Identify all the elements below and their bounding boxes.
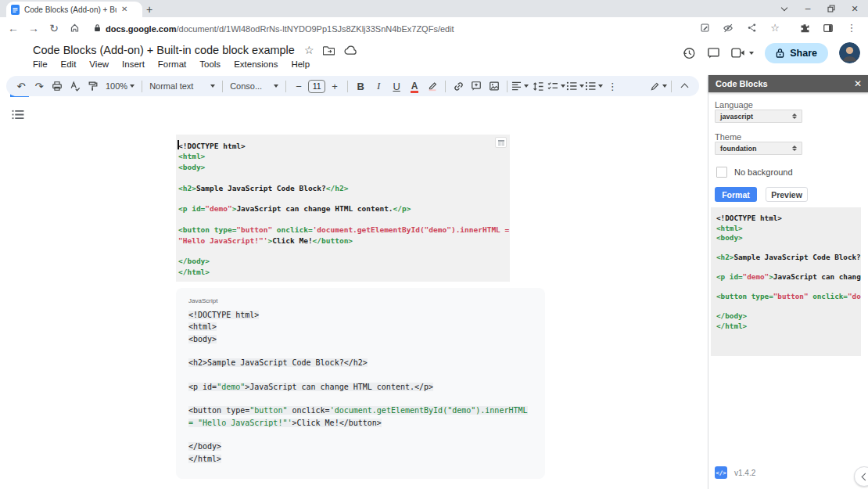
undo-button[interactable]: ↶: [13, 77, 30, 95]
tab-close-icon[interactable]: ✕: [121, 5, 127, 13]
cloud-status-icon[interactable]: [344, 45, 357, 56]
move-folder-icon[interactable]: [323, 45, 335, 56]
menu-insert[interactable]: Insert: [122, 59, 145, 69]
docs-header: Code Blocks (Add-on) + Built-in code blo…: [0, 38, 868, 75]
document-canvas[interactable]: <!DOCTYPE html><html><body> <h2>Sample J…: [0, 97, 706, 489]
zoom-select[interactable]: 100%: [102, 77, 138, 95]
text-color-button[interactable]: A: [406, 77, 423, 95]
align-button[interactable]: [511, 77, 529, 95]
address-bar: ← → ↻ docs.google.com/document/d/1Wl48od…: [0, 17, 868, 39]
code-block-options-icon[interactable]: [495, 137, 507, 148]
tab-title: Code Blocks (Add-on) + Built-in c: [24, 5, 117, 14]
theme-label: Theme: [715, 132, 741, 142]
format-button[interactable]: Format: [715, 187, 757, 202]
print-button[interactable]: [48, 77, 66, 95]
sidebar-close-icon[interactable]: ✕: [854, 79, 862, 88]
forward-button[interactable]: →: [23, 20, 44, 36]
eye-off-icon[interactable]: [718, 20, 738, 36]
browser-tab[interactable]: Code Blocks (Add-on) + Built-in c ✕: [6, 2, 142, 17]
home-button[interactable]: [64, 20, 84, 36]
compose-icon[interactable]: [694, 20, 715, 36]
sidebar-title: Code Blocks: [716, 79, 768, 88]
lock-icon: [94, 23, 101, 32]
bulleted-list-button[interactable]: [566, 77, 584, 95]
browser-menu-kebab-icon[interactable]: ⋮: [841, 20, 862, 36]
increase-font-button[interactable]: +: [326, 77, 343, 95]
paragraph-style-select[interactable]: Normal text: [146, 77, 218, 95]
share-label: Share: [790, 48, 817, 59]
toolbar-more-button[interactable]: ⋮: [604, 77, 621, 95]
menu-bar: File Edit View Insert Format Tools Exten…: [33, 59, 310, 69]
add-comment-button[interactable]: [468, 77, 485, 95]
doc-title[interactable]: Code Blocks (Add-on) + Built-in code blo…: [33, 44, 295, 56]
comments-icon[interactable]: [707, 47, 720, 59]
back-button[interactable]: ←: [3, 20, 23, 36]
menu-help[interactable]: Help: [291, 59, 310, 69]
language-label: Language: [715, 100, 753, 110]
share-button[interactable]: Share: [765, 43, 828, 63]
line-spacing-button[interactable]: [529, 77, 547, 95]
star-doc-icon[interactable]: ☆: [304, 44, 314, 56]
insert-image-button[interactable]: [486, 77, 503, 95]
chevron-left-icon: [862, 473, 868, 480]
select-arrows-icon: [792, 146, 797, 152]
highlight-color-button[interactable]: [424, 77, 441, 95]
no-background-checkbox[interactable]: [716, 167, 727, 178]
menu-view[interactable]: View: [89, 59, 109, 69]
new-tab-button[interactable]: +: [142, 2, 156, 16]
menu-extensions[interactable]: Extensions: [234, 59, 278, 69]
window-minimize-button[interactable]: –: [796, 0, 820, 17]
document-outline-icon[interactable]: [12, 110, 24, 120]
font-size-input[interactable]: 11: [308, 80, 325, 93]
share-lock-icon: [776, 48, 784, 58]
share-icon[interactable]: [741, 20, 762, 36]
italic-button[interactable]: I: [370, 77, 387, 95]
checklist-button[interactable]: [547, 77, 565, 95]
preview-button[interactable]: Preview: [766, 187, 808, 202]
menu-edit[interactable]: Edit: [61, 59, 77, 69]
text-cursor: [178, 140, 179, 149]
url-field[interactable]: docs.google.com/document/d/1Wl48odRrNs-l…: [94, 21, 694, 35]
theme-select[interactable]: foundation: [715, 142, 802, 155]
url-path: /document/d/1Wl48odRrNs-ltNYDO9Pp1SJs8ZK…: [176, 24, 454, 34]
version-history-icon[interactable]: [682, 46, 696, 60]
menu-tools[interactable]: Tools: [199, 59, 221, 69]
hide-menus-button[interactable]: [676, 77, 693, 95]
paint-format-button[interactable]: [84, 77, 102, 95]
window-restore-button[interactable]: [820, 0, 843, 17]
underline-button[interactable]: U: [388, 77, 405, 95]
language-select[interactable]: javascript: [715, 110, 802, 123]
builtin-code-block[interactable]: JavaScript <!DOCTYPE html><html><body> <…: [176, 288, 545, 479]
insert-link-button[interactable]: [450, 77, 467, 95]
reload-button[interactable]: ↻: [44, 20, 64, 36]
addon-code-block[interactable]: <!DOCTYPE html><html><body> <h2>Sample J…: [176, 135, 510, 282]
code-brackets-icon: </>: [715, 466, 727, 479]
avatar[interactable]: [839, 42, 860, 63]
url-host: docs.google.com: [106, 24, 176, 34]
font-family-select[interactable]: Conso...: [227, 77, 282, 95]
select-arrows-icon: [792, 113, 797, 120]
sidebar-header: Code Blocks ✕: [708, 75, 868, 92]
code-language-label: JavaScript: [188, 297, 545, 304]
call-dropdown-icon[interactable]: [749, 52, 754, 55]
side-panel-icon[interactable]: [818, 20, 838, 36]
join-call-button[interactable]: [731, 48, 754, 58]
spellcheck-button[interactable]: [66, 77, 84, 95]
format-toolbar: ↶ ↷ 100% Normal text Conso... − 11 + B I…: [6, 76, 699, 96]
extensions-puzzle-icon[interactable]: [794, 20, 815, 36]
tab-search-icon[interactable]: [773, 0, 796, 17]
window-close-button[interactable]: ✕: [843, 0, 866, 17]
editing-mode-button[interactable]: [650, 77, 667, 95]
menu-format[interactable]: Format: [158, 59, 186, 69]
no-background-label: No background: [734, 167, 793, 177]
bold-button[interactable]: B: [352, 77, 369, 95]
code-blocks-sidebar: Code Blocks ✕ Language javascript Theme …: [708, 75, 868, 489]
numbered-list-button[interactable]: [585, 77, 603, 95]
browser-tab-strip: Code Blocks (Add-on) + Built-in c ✕ + – …: [0, 0, 868, 17]
docs-favicon-icon: [11, 5, 20, 15]
code-preview-pane[interactable]: <!DOCTYPE html><html><body> <h2>Sample J…: [711, 207, 861, 356]
bookmark-star-icon[interactable]: ☆: [765, 20, 785, 36]
menu-file[interactable]: File: [33, 59, 48, 69]
redo-button[interactable]: ↷: [30, 77, 48, 95]
decrease-font-button[interactable]: −: [290, 77, 307, 95]
